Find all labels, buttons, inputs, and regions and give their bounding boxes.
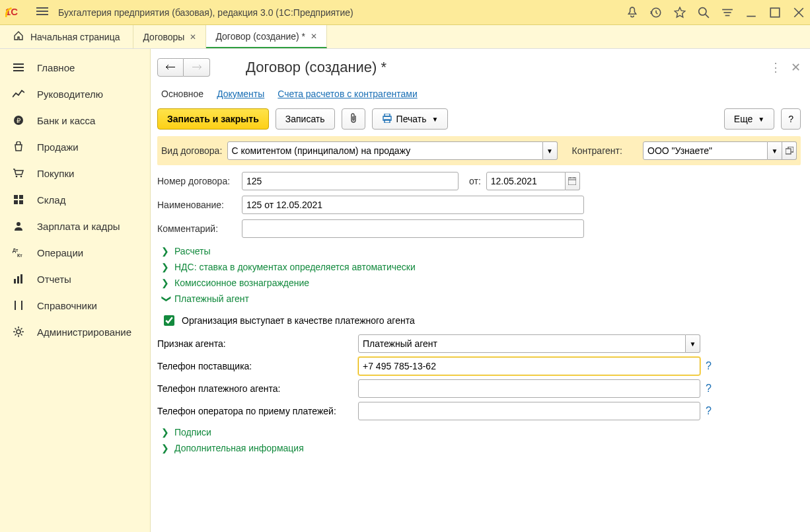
help-icon[interactable]: ?	[706, 360, 712, 372]
star-icon[interactable]	[674, 7, 686, 19]
more-button[interactable]: Еще▼	[724, 108, 774, 130]
contract-type-select[interactable]	[227, 141, 543, 160]
help-button[interactable]: ?	[781, 108, 801, 130]
row-agent-sign: Признак агента: ▼	[157, 334, 801, 353]
expander-payment-agent[interactable]: ❮Платежный агент	[157, 291, 801, 307]
kebab-icon[interactable]: ⋮	[770, 60, 782, 75]
tab-contract-create[interactable]: Договор (создание) * ✕	[206, 25, 327, 48]
sidebar-item-main[interactable]: Главное	[0, 54, 150, 81]
save-close-button[interactable]: Записать и закрыть	[157, 108, 269, 130]
gear-icon	[12, 325, 25, 338]
nav-forward-button[interactable]: 🡒	[184, 58, 210, 77]
nav-back-button[interactable]: 🡐	[157, 58, 184, 77]
subtabs: Основное Документы Счета расчетов с конт…	[157, 85, 801, 108]
svg-rect-23	[14, 200, 18, 204]
label-counterparty: Контрагент:	[572, 145, 638, 156]
agent-phone-input[interactable]	[358, 379, 700, 398]
expander-signatures[interactable]: ❯Подписи	[157, 424, 801, 440]
page-header: 🡐 🡒 Договор (создание) * ⋮ ✕	[157, 58, 801, 77]
supplier-phone-input[interactable]	[358, 357, 700, 375]
history-icon[interactable]	[650, 7, 662, 19]
save-button[interactable]: Записать	[276, 108, 335, 130]
chevron-down-icon[interactable]: ▼	[768, 141, 782, 160]
label-supplier-phone: Телефон поставщика:	[157, 361, 358, 371]
attach-button[interactable]	[342, 108, 365, 130]
svg-rect-38	[568, 178, 576, 185]
tab-contracts[interactable]: Договоры ✕	[133, 25, 206, 48]
sidebar-item-warehouse[interactable]: Склад	[0, 186, 150, 213]
sidebar-item-label: Покупки	[37, 168, 74, 179]
counterparty-input[interactable]	[643, 141, 768, 160]
boxes-icon	[12, 193, 25, 206]
page-title: Договор (создание) *	[246, 59, 770, 76]
chevron-down-icon[interactable]: ▼	[543, 141, 558, 160]
close-window-icon[interactable]	[793, 7, 805, 19]
label-number: Номер договора:	[157, 176, 242, 186]
sidebar-item-purchases[interactable]: Покупки	[0, 160, 150, 186]
sidebar-item-hr[interactable]: Зарплата и кадры	[0, 213, 150, 239]
sidebar-item-sales[interactable]: Продажи	[0, 133, 150, 160]
print-button[interactable]: Печать▼	[372, 108, 449, 130]
expander-extra[interactable]: ❯Дополнительная информация	[157, 440, 801, 456]
tab-home-label: Начальная страница	[30, 32, 120, 42]
chevron-right-icon: ❯	[161, 278, 169, 288]
close-icon[interactable]: ✕	[791, 60, 801, 75]
svg-point-25	[17, 222, 20, 226]
home-icon	[13, 30, 24, 43]
contract-number-input[interactable]	[242, 172, 459, 190]
comment-input[interactable]	[242, 219, 584, 238]
svg-rect-37	[786, 149, 791, 154]
row-checkbox-payment-agent: Организация выступает в качестве платежн…	[157, 311, 801, 330]
sidebar-item-operations[interactable]: ДтКтОперации	[0, 239, 150, 266]
tabs-bar: Начальная страница Договоры ✕ Договор (с…	[0, 25, 810, 49]
operator-phone-input[interactable]	[358, 402, 700, 420]
search-icon[interactable]	[698, 7, 710, 19]
sidebar-item-reports[interactable]: Отчеты	[0, 266, 150, 292]
expander-label: Расчеты	[174, 246, 211, 256]
payment-agent-checkbox[interactable]	[164, 315, 174, 326]
header-actions: ⋮ ✕	[770, 60, 801, 75]
expander-settlements[interactable]: ❯Расчеты	[157, 243, 801, 259]
expander-commission[interactable]: ❯Комиссионное вознаграждение	[157, 275, 801, 291]
open-icon[interactable]	[782, 141, 797, 160]
svg-rect-21	[14, 195, 18, 199]
maximize-icon[interactable]	[769, 7, 781, 19]
chevron-right-icon: ❯	[161, 246, 169, 256]
row-number: Номер договора: от:	[157, 172, 801, 190]
agent-sign-select[interactable]	[358, 334, 686, 353]
clip-icon	[349, 113, 358, 126]
bars-icon	[12, 272, 25, 285]
bell-icon[interactable]	[626, 7, 638, 19]
subtab-docs[interactable]: Документы	[217, 89, 264, 99]
expander-label: Платежный агент	[174, 293, 249, 304]
expander-label: НДС: ставка в документах определяется ав…	[174, 262, 416, 272]
contract-date-input[interactable]	[486, 172, 566, 190]
svg-rect-22	[19, 195, 23, 199]
sidebar-item-label: Главное	[37, 62, 75, 73]
svg-rect-35	[385, 114, 390, 116]
expander-vat[interactable]: ❯НДС: ставка в документах определяется а…	[157, 259, 801, 275]
tab-home[interactable]: Начальная страница	[0, 25, 133, 48]
close-icon[interactable]: ✕	[190, 32, 196, 42]
subtab-accounts[interactable]: Счета расчетов с контрагентами	[277, 89, 417, 99]
filter-icon[interactable]	[721, 7, 733, 19]
sidebar-item-label: Администрирование	[37, 326, 131, 338]
sidebar-item-label: Справочники	[37, 300, 97, 311]
hamburger-icon[interactable]	[33, 7, 52, 19]
sidebar-item-dictionaries[interactable]: Справочники	[0, 292, 150, 319]
contract-name-input[interactable]	[242, 196, 584, 214]
close-icon[interactable]: ✕	[311, 32, 317, 41]
sidebar-item-label: Банк и касса	[37, 115, 95, 126]
calendar-icon[interactable]	[566, 172, 580, 190]
print-label: Печать	[396, 114, 427, 124]
help-icon[interactable]: ?	[706, 383, 712, 395]
chevron-down-icon[interactable]: ▼	[686, 334, 700, 353]
subtab-main[interactable]: Основное	[161, 89, 203, 99]
minimize-icon[interactable]	[745, 7, 757, 19]
sidebar-item-admin[interactable]: Администрирование	[0, 319, 150, 345]
svg-text:₽: ₽	[17, 117, 21, 124]
person-icon	[12, 219, 25, 233]
help-icon[interactable]: ?	[706, 405, 712, 417]
sidebar-item-bank[interactable]: ₽Банк и касса	[0, 107, 150, 133]
sidebar-item-manager[interactable]: Руководителю	[0, 81, 150, 107]
